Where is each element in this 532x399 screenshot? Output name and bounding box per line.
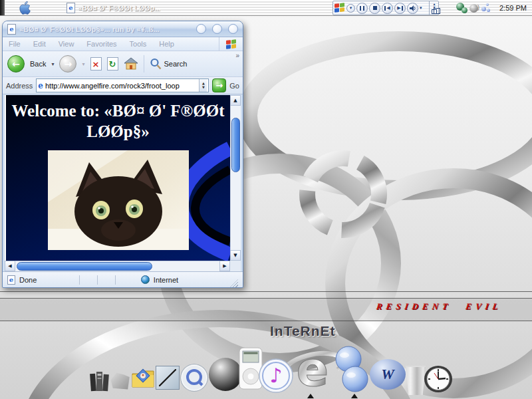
- stop-button[interactable]: ×: [90, 57, 102, 70]
- pause-icon: [360, 6, 364, 11]
- forward-button[interactable]: →: [59, 55, 76, 72]
- svg-text:♪: ♪: [269, 364, 282, 387]
- apple-icon: [16, 1, 35, 15]
- network-orbs-icon[interactable]: [456, 3, 467, 13]
- status-separator: [79, 275, 80, 285]
- system-tray: [456, 3, 490, 13]
- wallpaper-line: [0, 291, 532, 292]
- black-kitten-photo: [48, 150, 189, 250]
- url-ie-icon: e: [38, 81, 43, 90]
- dock-mail-folder-icon[interactable]: [130, 366, 156, 394]
- windows-media-logo-icon: [334, 3, 345, 13]
- vertical-scrollbar[interactable]: ▲ ▼: [230, 95, 241, 261]
- dock-books-icon[interactable]: [89, 370, 110, 395]
- menu-help[interactable]: Help: [159, 40, 174, 48]
- scroll-right-arrow[interactable]: ▶: [219, 261, 230, 271]
- resize-grip[interactable]: [230, 279, 238, 287]
- home-button[interactable]: [124, 57, 138, 70]
- dock-metal-orb-icon[interactable]: [209, 358, 242, 391]
- close-button[interactable]: [228, 24, 238, 34]
- pause-button[interactable]: [356, 3, 368, 14]
- browser-window: e «BØ¤ Ø' F®ØØt LØØp§»... run by «¥..ß..…: [2, 21, 243, 288]
- forward-dropdown-chevron[interactable]: ▾: [82, 61, 84, 67]
- scroll-up-arrow[interactable]: ▲: [230, 95, 241, 106]
- web-page: Welcome to: «BØ¤ Ø' F®ØØt LØØp§»: [6, 95, 230, 261]
- running-indicator-triangle: [307, 394, 314, 398]
- windows-flag-box: [219, 37, 243, 51]
- go-button[interactable]: →: [212, 78, 226, 92]
- url-input[interactable]: [45, 82, 197, 90]
- internet-label: InTeRnEt: [270, 323, 336, 339]
- horizontal-scrollbar[interactable]: ◀ ▶: [5, 261, 230, 271]
- window-ie-page-icon: e: [7, 24, 16, 35]
- horizontal-scroll-thumb[interactable]: [17, 262, 152, 271]
- speaker-icon: [410, 5, 416, 11]
- stop-icon: [373, 6, 377, 10]
- page-heading: Welcome to: «BØ¤ Ø' F®ØØt LØØp§»: [12, 100, 225, 142]
- home-icon: [124, 57, 138, 70]
- dock-quicktime-icon[interactable]: [180, 363, 209, 395]
- svg-text:e: e: [297, 342, 329, 395]
- dock-notepad-icon[interactable]: [156, 366, 180, 390]
- toolbar-separator: [144, 55, 144, 72]
- menu-edit[interactable]: Edit: [33, 40, 46, 48]
- back-label: Back: [30, 60, 46, 68]
- refresh-button[interactable]: ↻: [107, 57, 118, 70]
- volume-button[interactable]: [407, 3, 418, 14]
- navigation-toolbar: ← Back ▾ → ▾ × ↻ Search »: [3, 51, 243, 77]
- scroll-down-arrow[interactable]: ▼: [230, 250, 241, 261]
- toolbar-overflow-chevron[interactable]: »: [235, 52, 239, 59]
- windows-flag-icon: [226, 39, 237, 50]
- volume-orb-icon[interactable]: [469, 4, 478, 13]
- menu-file[interactable]: File: [9, 40, 21, 48]
- scroll-left-arrow[interactable]: ◀: [5, 261, 15, 271]
- resident-evil-text: RESIDENT EVIL: [376, 301, 503, 312]
- menu-bar: File Edit View Favorites Tools Help: [3, 37, 243, 51]
- media-band-side-controls[interactable]: ▴▾: [429, 1, 437, 15]
- back-button[interactable]: ←: [7, 55, 25, 72]
- previous-icon: ◀: [384, 6, 390, 11]
- menu-favorites[interactable]: Favorites: [86, 40, 116, 48]
- menu-tools[interactable]: Tools: [130, 40, 147, 48]
- search-magnifier-icon: [150, 58, 162, 70]
- search-button[interactable]: Search: [150, 58, 188, 70]
- taskbar-clock[interactable]: 2:59 PM: [499, 4, 527, 12]
- next-icon: ▶: [397, 6, 402, 11]
- ie-page-icon: e: [66, 3, 75, 13]
- dock-globes-icon[interactable]: [331, 346, 374, 396]
- dock-messenger-icon[interactable]: W: [370, 359, 406, 390]
- restore-window-icon: [432, 9, 437, 14]
- zone-text: Internet: [154, 276, 178, 284]
- volume-menu-chevron[interactable]: ▾: [420, 6, 422, 10]
- status-text: Done: [19, 276, 37, 284]
- previous-track-button[interactable]: ◀: [382, 3, 393, 14]
- browser-viewport: Welcome to: «BØ¤ Ø' F®ØØt LØØp§»: [5, 95, 241, 271]
- stop-media-button[interactable]: [369, 3, 380, 14]
- address-bar: Address e ▲▼ → Go: [3, 77, 243, 94]
- bubbles-icon[interactable]: [481, 3, 490, 13]
- status-separator: [97, 275, 98, 285]
- media-player-toolbar: ▾ ◀ ▶ ▾ ▴▾: [332, 1, 439, 15]
- minimize-button[interactable]: [196, 24, 206, 34]
- wallpaper-line: [0, 321, 532, 321]
- running-indicator-triangle: [351, 394, 358, 398]
- apple-menu-button[interactable]: [16, 1, 36, 15]
- menu-view[interactable]: View: [59, 40, 74, 48]
- taskbar-edge: [0, 0, 5, 15]
- taskbar: e «BØ¤ Ø' F®ØØt LØØp... ▾ ◀ ▶ ▾ ▴▾: [0, 0, 532, 16]
- dock-clock-icon[interactable]: [423, 364, 454, 396]
- taskbar-window-button[interactable]: e «BØ¤ Ø' F®ØØt LØØp...: [66, 1, 178, 15]
- window-title: «BØ¤ Ø' F®ØØt LØØp§»... run by «¥..ß...: [19, 25, 190, 33]
- maximize-button[interactable]: [212, 24, 222, 34]
- taskbar-window-title: «BØ¤ Ø' F®ØØt LØØp...: [78, 4, 160, 12]
- search-label: Search: [164, 60, 188, 68]
- vertical-scroll-thumb[interactable]: [231, 118, 240, 172]
- media-menu-chevron-button[interactable]: ▾: [346, 4, 355, 13]
- go-label: Go: [229, 82, 239, 90]
- next-track-button[interactable]: ▶: [394, 3, 406, 14]
- window-titlebar[interactable]: e «BØ¤ Ø' F®ØØt LØØp§»... run by «¥..ß..…: [3, 21, 243, 37]
- internet-zone-globe-icon: [141, 275, 150, 284]
- url-dropdown-spinner[interactable]: ▲▼: [199, 79, 207, 92]
- back-dropdown-chevron[interactable]: ▾: [51, 61, 54, 67]
- address-label: Address: [6, 82, 33, 90]
